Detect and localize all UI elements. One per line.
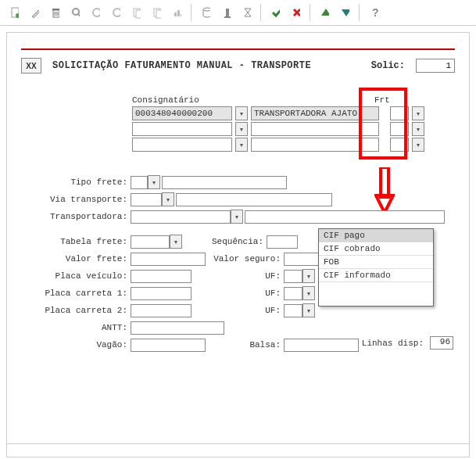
- tabela-frete-field[interactable]: [131, 235, 170, 249]
- placa-veiculo-field[interactable]: [131, 270, 191, 283]
- svg-rect-20: [224, 16, 231, 18]
- balsa-label: Balsa:: [206, 340, 284, 350]
- solic-field[interactable]: [416, 59, 455, 73]
- vagao-field[interactable]: [131, 339, 206, 352]
- uf-field[interactable]: [284, 304, 302, 317]
- lookup-icon[interactable]: [412, 122, 424, 136]
- xx-button[interactable]: XX: [21, 58, 41, 74]
- uf-label: UF:: [191, 289, 284, 298]
- edit-icon[interactable]: [25, 3, 44, 22]
- antt-field[interactable]: [131, 321, 224, 335]
- transportadora-field[interactable]: [131, 210, 231, 224]
- antt-label: ANTT:: [21, 323, 131, 332]
- valor-frete-label: Valor frete:: [21, 254, 131, 264]
- balsa-field[interactable]: [284, 339, 359, 352]
- toolbar: ?: [0, 0, 476, 26]
- consignatario-name[interactable]: TRANSPORTADORA AJATO: [251, 106, 379, 120]
- delete-icon[interactable]: [45, 3, 64, 22]
- svg-point-18: [203, 8, 210, 11]
- consignatario-header: Consignatário: [132, 95, 232, 105]
- uf-label: UF:: [191, 306, 284, 315]
- consignatario-code[interactable]: 000348040000200: [132, 106, 232, 120]
- new-doc-icon[interactable]: [5, 3, 23, 22]
- svg-point-7: [73, 9, 79, 15]
- dropdown-option[interactable]: FOB: [319, 256, 433, 269]
- uf-label: UF:: [191, 271, 284, 281]
- dropdown-option[interactable]: CIF cobrado: [319, 242, 433, 256]
- svg-rect-14: [156, 10, 161, 18]
- uf-field[interactable]: [284, 287, 302, 300]
- copy-right-icon[interactable]: [147, 3, 166, 22]
- help-icon[interactable]: ?: [364, 3, 383, 22]
- uf-field[interactable]: [284, 270, 302, 283]
- placa-carreta1-field[interactable]: [131, 287, 191, 300]
- lookup-icon[interactable]: [235, 106, 248, 120]
- svg-rect-6: [52, 9, 59, 10]
- toolbar-separator: [191, 4, 191, 21]
- refresh-icon[interactable]: [86, 3, 105, 22]
- placa-carreta2-field[interactable]: [131, 304, 191, 317]
- sequencia-field[interactable]: [267, 235, 298, 249]
- lookup-icon[interactable]: [231, 210, 243, 224]
- valor-frete-field[interactable]: [131, 253, 206, 266]
- consignatario-name-header: [235, 95, 363, 105]
- info-icon[interactable]: [217, 3, 235, 22]
- consignatario-name[interactable]: [251, 122, 379, 136]
- transportadora-label: Transportadora:: [21, 212, 131, 221]
- title-row: XX SOLICITAÇÃO FATURAMENTO MANUAL - TRAN…: [21, 58, 455, 74]
- consignatario-name[interactable]: [251, 138, 379, 152]
- cancel-icon[interactable]: [286, 3, 305, 22]
- lookup-icon[interactable]: [148, 175, 160, 189]
- via-transporte-field[interactable]: [131, 193, 162, 206]
- lookup-icon[interactable]: [302, 303, 315, 317]
- consignatario-row: 000348040000200 TRANSPORTADORA AJATO: [132, 106, 424, 120]
- lookup-icon[interactable]: [162, 192, 174, 206]
- toolbar-separator: [359, 4, 360, 21]
- frt-cell[interactable]: [390, 122, 409, 136]
- check-icon[interactable]: [266, 3, 285, 22]
- svg-rect-12: [136, 10, 141, 18]
- hourglass-icon[interactable]: [237, 3, 256, 22]
- tabela-frete-label: Tabela frete:: [21, 237, 131, 246]
- sequencia-label: Sequência:: [204, 237, 267, 246]
- vagao-label: Vagão:: [21, 340, 131, 350]
- lookup-icon[interactable]: [412, 138, 424, 152]
- dropdown-option[interactable]: CIF pago: [319, 229, 433, 242]
- placa-carreta1-label: Placa carreta 1:: [21, 289, 131, 298]
- dropdown-spacer: [319, 282, 433, 306]
- via-transporte-desc[interactable]: [176, 193, 332, 206]
- tipo-frete-desc[interactable]: [162, 176, 287, 189]
- lookup-icon[interactable]: [302, 286, 315, 300]
- transportadora-desc[interactable]: [245, 210, 445, 224]
- lookup-icon[interactable]: [302, 269, 315, 283]
- up-icon[interactable]: [315, 3, 334, 22]
- main-panel: XX SOLICITAÇÃO FATURAMENTO MANUAL - TRAN…: [6, 32, 470, 446]
- copy-left-icon[interactable]: [127, 3, 145, 22]
- lookup-icon[interactable]: [235, 138, 248, 152]
- bottom-bar: [6, 443, 470, 457]
- circle-icon[interactable]: [106, 3, 125, 22]
- tipo-frete-label: Tipo frete:: [21, 178, 131, 187]
- search-icon[interactable]: [66, 3, 84, 22]
- frt-dropdown[interactable]: CIF pago CIF cobrado FOB CIF informado: [318, 228, 434, 307]
- page-title: SOLICITAÇÃO FATURAMENTO MANUAL - TRANSPO…: [52, 60, 311, 71]
- barrel-icon[interactable]: [196, 3, 215, 22]
- placa-veiculo-label: Placa veículo:: [21, 271, 131, 281]
- linhas-disp-value: 96: [430, 336, 453, 350]
- chart-icon[interactable]: [167, 3, 186, 22]
- consignatario-row: [132, 138, 424, 152]
- lookup-icon[interactable]: [235, 122, 248, 136]
- frt-cell[interactable]: [390, 106, 409, 120]
- linhas-disp-label: Linhas disp:: [362, 339, 424, 348]
- svg-rect-16: [177, 10, 180, 16]
- tipo-frete-field[interactable]: [131, 176, 148, 189]
- consignatario-code[interactable]: [132, 138, 232, 152]
- lookup-icon[interactable]: [412, 106, 424, 120]
- via-transporte-label: Via transporte:: [21, 195, 131, 204]
- consignatario-code[interactable]: [132, 122, 232, 136]
- frt-cell[interactable]: [390, 138, 409, 152]
- down-icon[interactable]: [335, 3, 354, 22]
- toolbar-separator: [310, 4, 310, 21]
- dropdown-option[interactable]: CIF informado: [319, 269, 433, 282]
- lookup-icon[interactable]: [170, 235, 182, 249]
